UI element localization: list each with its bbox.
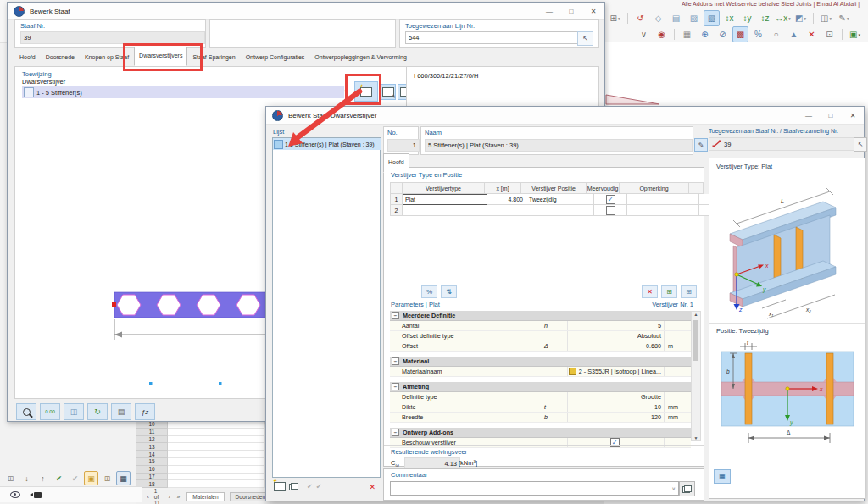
parameter-row[interactable]: Definitie typeGrootte	[390, 392, 691, 402]
table-row[interactable]: 15	[136, 458, 265, 466]
delete-row-button[interactable]: ✕	[642, 285, 658, 298]
close-icon[interactable]: ✕	[582, 3, 604, 19]
toegewezen-lijn-input[interactable]: 544	[405, 31, 580, 44]
export-table-button[interactable]: ⊞	[661, 285, 677, 298]
view-y-icon[interactable]: ↕y	[739, 10, 755, 26]
last-page-button[interactable]: »	[175, 494, 182, 500]
chevron-down-icon[interactable]: ∨	[672, 485, 676, 491]
prism-icon[interactable]: ▲	[786, 26, 802, 42]
tab-doorsnede[interactable]: Doorsnede	[41, 48, 80, 66]
display-settings-button[interactable]: ▦	[714, 469, 731, 484]
new-item-icon[interactable]: ✦	[274, 482, 286, 491]
stiffener-list-row[interactable]: 1 - 5 Stiffener(s)	[22, 86, 344, 98]
table-row[interactable]: 11	[136, 429, 265, 436]
view-z-icon[interactable]: ↕z	[757, 10, 773, 26]
table-cell[interactable]	[168, 436, 265, 444]
table-cell[interactable]: 4.800	[487, 194, 526, 205]
table-cell[interactable]	[403, 205, 487, 216]
center-icon[interactable]: ⊕	[697, 26, 713, 42]
parameter-group[interactable]: −Ontwerp Add-ons	[390, 428, 691, 438]
check-all-icon[interactable]: ✔	[52, 471, 66, 485]
table-cell[interactable]	[168, 480, 265, 488]
grid-settings-icon[interactable]: ⊞▾	[607, 10, 623, 26]
delete-icon[interactable]: ✕	[804, 26, 820, 42]
sort-button[interactable]: ⇅	[441, 285, 457, 298]
section-view-icon[interactable]: ◫▾	[818, 10, 834, 26]
view-x-icon[interactable]: ↕x	[721, 10, 737, 26]
scroll-thumb[interactable]	[693, 320, 698, 361]
table-cell[interactable]	[168, 466, 265, 474]
parameter-value[interactable]: 2 - S355JR | Isotroop | Linea...	[567, 367, 664, 376]
maximize-icon[interactable]: □	[820, 108, 842, 124]
print-icon[interactable]: ▤	[111, 403, 131, 420]
monitor-icon[interactable]: ▦	[116, 471, 131, 485]
active-snap-icon[interactable]: ▩	[732, 26, 748, 42]
table-cell[interactable]	[168, 451, 265, 458]
parameter-row[interactable]: Materiaalnaam2 - S355JR | Isotroop | Lin…	[390, 367, 691, 377]
stiffener-table[interactable]: Verstijvertypex [m]Verstijver PositieMee…	[390, 182, 716, 216]
meervoudig-checkbox[interactable]	[606, 206, 615, 215]
draw-line-icon[interactable]: ∕▾	[865, 26, 868, 42]
table-cell[interactable]	[627, 205, 699, 216]
table-cell[interactable]	[168, 421, 265, 429]
parameter-value[interactable]: 120	[567, 413, 664, 422]
parameter-row[interactable]: OffsetΔ0.680m	[390, 341, 691, 352]
isometric-view-icon[interactable]: ◇	[650, 10, 666, 26]
parameter-value[interactable]: Absoluut	[567, 331, 664, 341]
parameter-row[interactable]: Diktet10mm	[390, 402, 691, 413]
commentaar-combo[interactable]: ∨	[390, 481, 679, 496]
function-icon[interactable]: ƒz	[135, 403, 155, 420]
grid-icon[interactable]: ▦	[679, 26, 695, 42]
tab-hoofd[interactable]: Hoofd	[383, 153, 409, 173]
maximize-icon[interactable]: □	[560, 3, 582, 19]
select-special-icon[interactable]: ◉	[654, 26, 670, 42]
parameter-value[interactable]	[567, 438, 664, 447]
eye-icon[interactable]	[10, 491, 20, 498]
export-icon[interactable]: ↑	[36, 471, 50, 485]
scroll-up-icon[interactable]: ▲	[694, 312, 698, 317]
copy-comment-button[interactable]	[679, 481, 695, 496]
tab-hoofd[interactable]: Hoofd	[14, 48, 41, 66]
delete-item-icon[interactable]: ✕	[369, 483, 376, 491]
new-table-icon[interactable]: ⊞	[3, 471, 18, 485]
pencil-icon[interactable]: ✎▾	[836, 10, 852, 26]
table-row[interactable]: 14	[136, 451, 265, 458]
scroll-down-icon[interactable]: ▼	[694, 435, 698, 440]
table-row[interactable]: 12	[136, 436, 265, 444]
stiffener-table-row[interactable]: 2	[390, 205, 716, 216]
dialog2-titlebar[interactable]: Bewerk Staaf Dwarsverstijver — □ ✕	[266, 107, 864, 125]
camera-icon[interactable]	[34, 492, 42, 498]
lijst-item-selected[interactable]: 1 5 Stiffener(s) | Plat (Staven : 39)	[273, 138, 381, 150]
solid-view-icon[interactable]: ▨	[686, 10, 702, 26]
parameter-value[interactable]: Grootte	[567, 392, 664, 402]
uncheck-all-icon[interactable]: ✔	[316, 483, 322, 490]
render-view-icon[interactable]: ▧	[704, 10, 720, 26]
minimize-icon[interactable]: —	[798, 108, 820, 124]
collapse-icon[interactable]: −	[392, 357, 399, 365]
table-cell[interactable]	[168, 474, 265, 481]
table-cell[interactable]	[168, 458, 265, 466]
naam-input[interactable]: 5 Stiffener(s) | Plat (Staven : 39)	[425, 139, 693, 152]
percent-icon[interactable]: %	[750, 26, 766, 42]
collapse-icon[interactable]: −	[392, 429, 399, 436]
parameter-row[interactable]: Breedteb120mm	[390, 413, 691, 423]
display-precision-icon[interactable]: 0.00	[40, 403, 60, 420]
table-row[interactable]: 13	[136, 443, 265, 451]
tab-ontwerp-configuraties[interactable]: Ontwerp Configuraties	[241, 48, 310, 66]
lijst-box[interactable]: 1 5 Stiffener(s) | Plat (Staven : 39)	[272, 137, 381, 478]
parameter-group[interactable]: −Afmeting	[390, 382, 691, 392]
toolbox-icon[interactable]: ⊞	[100, 471, 114, 485]
lasso-icon[interactable]: ○	[768, 26, 784, 42]
table-row[interactable]: 17	[136, 474, 265, 481]
verstijvertype-input[interactable]: Plat	[403, 194, 487, 205]
background-table[interactable]: 101112131415161718	[136, 421, 265, 488]
meervoudig-checkbox[interactable]	[606, 195, 615, 204]
parameters-scrollbar[interactable]: ▲ ▼	[691, 311, 701, 441]
collapse-icon[interactable]: −	[392, 312, 399, 319]
prev-page-button[interactable]: ‹	[146, 494, 151, 500]
minimize-icon[interactable]: —	[538, 3, 560, 19]
parameter-value[interactable]: 10	[567, 402, 664, 412]
parameter-checkbox[interactable]	[610, 438, 620, 447]
refresh-icon[interactable]: ↻	[87, 403, 108, 420]
assigned-input[interactable]: 39	[709, 137, 858, 151]
